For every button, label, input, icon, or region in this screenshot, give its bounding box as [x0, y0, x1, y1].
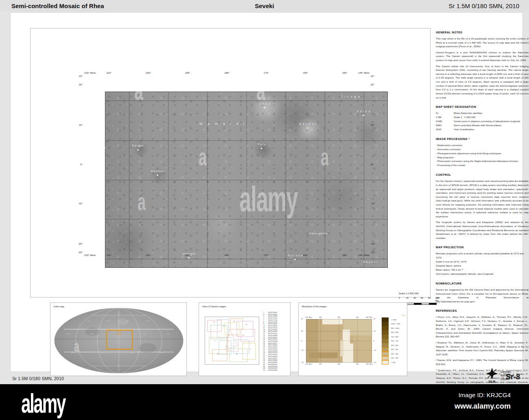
legend-label: 800 - 900: [391, 331, 398, 333]
resolution-lon-label: 180°: [337, 317, 340, 318]
latitude-label: -10°: [78, 202, 83, 205]
resolution-panel: Resolution of the images: [298, 302, 407, 376]
resolution-lat-label: -22°: [301, 362, 304, 363]
resolution-lon-label: 180°: [337, 363, 340, 365]
designation-value: Semi-controlled Mosaic with Nomenclature: [454, 123, 520, 127]
alamy-watermark: a: [256, 75, 265, 106]
legend-row: 700 - 800: [382, 335, 405, 339]
footer-designation: Sr 1.5M 0/180 SMN, 2010: [12, 376, 64, 381]
sidebar-section: MAP SHEET DESIGNATIONSrRhea (Saturnian s…: [436, 105, 529, 131]
quad-label: Sr-15: [117, 365, 121, 367]
longitude-label: 210°: [107, 254, 111, 256]
legend-swatch: [382, 317, 389, 322]
longitude-label: 200°: [146, 254, 151, 256]
dlr-logo-text: DLR: [486, 380, 498, 383]
resolution-legend: m/px > 14001000 - 1400900 - 1000800 - 90…: [382, 314, 405, 365]
feature-label: Vatea: [355, 109, 372, 112]
resolution-lon-label: 160°: [356, 317, 359, 318]
scale-tick: 60: [421, 297, 428, 302]
resolution-lat-label: -22°: [374, 362, 376, 363]
longitude-label: 180°: [224, 72, 229, 74]
cassini-image-row: 90N1501909896: [263, 370, 278, 372]
latitude-label: 10°: [371, 124, 374, 126]
quad-id: Sr-14: [130, 352, 134, 354]
feature-label: Amotken: [151, 169, 164, 172]
legend-swatch: [382, 330, 389, 335]
longitude-label: 190°: [185, 72, 190, 74]
feature-marker: [137, 149, 138, 151]
latitude-label: -10°: [371, 202, 375, 205]
quad-label: Sr-10: [66, 333, 70, 335]
quad-label: Sr-8Seveki: [116, 330, 121, 335]
latitude-label: -22°: [371, 251, 375, 254]
scale-tick: 0: [399, 297, 406, 302]
legend-label: 400 - 500: [391, 348, 398, 350]
legend-row: 600 - 700: [382, 339, 405, 343]
designation-key: 0/180: [436, 119, 454, 123]
latitude-label: 20°: [371, 83, 374, 86]
alamy-url: www.alamy.com: [455, 402, 511, 411]
section-paragraph: The longitude system by Davies and Katay…: [436, 220, 529, 240]
alamy-watermark: a: [74, 337, 79, 356]
resolution-lon-label: 216° West: [305, 317, 312, 318]
section-line: Scale is true at 13°S / 13°N: [436, 260, 529, 264]
longitude-label: 150°: [342, 254, 347, 256]
feature-marker: [264, 107, 265, 108]
quad-id: Sr-3: [146, 320, 149, 322]
designation-table: SrRhea (Saturnian satellite)1.5MScale 1 …: [436, 111, 520, 131]
designation-key: 1.5M: [436, 115, 454, 119]
cassini-image-number: 90: [263, 370, 268, 372]
quad-id: Sr-15: [117, 365, 121, 367]
index-map-panel: Index map: [50, 302, 187, 376]
alamy-bar: alamy Image ID: KRJCG4 www.alamy.com: [0, 384, 529, 420]
section-paragraph: Names are suggested by the ISS Camera Te…: [436, 288, 529, 303]
legend-label: < 200: [391, 361, 396, 363]
quad-id: Sr-1: [117, 313, 120, 315]
longitude-label: 160°: [303, 254, 308, 256]
parallel-line: [105, 140, 387, 141]
legend-label: 700 - 800: [391, 336, 398, 338]
longitude-label: 144° West: [358, 72, 369, 74]
legend-row: 200 - 300: [382, 356, 405, 361]
section-heading: MAP PROJECTION: [436, 246, 529, 249]
section-heading: IMAGE PROCESSING ²: [436, 138, 529, 140]
quad-id: Sr-2: [126, 320, 129, 322]
latitude-label: 0°: [371, 163, 373, 166]
sidebar-section: NOMENCLATURENames are suggested by the I…: [436, 282, 529, 303]
section-paragraph: ² Roatsch, Th., Wählisch, M., Giese, B.,…: [436, 341, 529, 356]
designation-row: SrRhea (Saturnian satellite): [436, 111, 520, 115]
feature-marker: [307, 127, 308, 129]
feature-marker: [188, 257, 190, 258]
legend-row: 800 - 900: [382, 330, 405, 335]
quad-id: Sr-5: [107, 320, 110, 322]
legend-swatch: [382, 348, 389, 352]
feature-marker: [261, 148, 262, 149]
section-line: - Processing of the mosaic: [436, 163, 529, 167]
resolution-lon-label: 200°: [319, 363, 322, 365]
latitude-label: -20°: [371, 243, 375, 245]
longitude-label: 216° West: [84, 254, 96, 256]
section-heading: CONTROL: [436, 173, 529, 176]
legend-swatch: [382, 343, 389, 348]
latitude-label: 22°: [371, 75, 374, 77]
sidebar-section: CONTROLFor the Cassini mission, spacecra…: [436, 173, 529, 240]
legend-row: > 1400: [382, 317, 405, 322]
svg-text:51: 51: [226, 346, 228, 348]
resolution-title: Resolution of the images: [302, 305, 327, 308]
resolution-coverage-map: [306, 319, 372, 363]
latitude-label: -22°: [78, 251, 83, 254]
designation-row: 1.5MScale 1 : 1 500 000: [436, 115, 520, 119]
alamy-watermark: a: [134, 75, 143, 106]
feature-label: Mamaldi: [194, 122, 249, 126]
alamy-watermark: a: [321, 143, 328, 171]
quad-id: Sr-6: [91, 333, 94, 335]
designation-row: 2010Year of publication: [436, 127, 520, 131]
scale-segment: [429, 303, 436, 304]
latitude-label: 10°: [79, 124, 83, 126]
feature-marker: [363, 115, 364, 116]
legend-row: 1000 - 1400: [382, 322, 405, 326]
quad-label: Sr-14: [130, 352, 134, 354]
latitude-label: 22°: [79, 75, 83, 77]
svg-text:84: 84: [217, 353, 219, 355]
svg-text:3: 3: [230, 337, 231, 339]
